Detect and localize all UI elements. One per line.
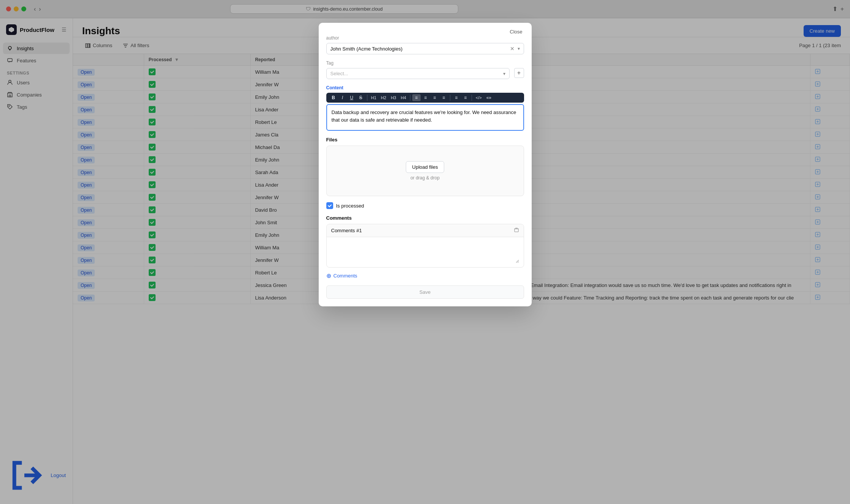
- toolbar-separator-1: [367, 95, 367, 101]
- author-label: author: [326, 35, 524, 41]
- strikethrough-button[interactable]: S: [357, 94, 365, 101]
- h3-button[interactable]: H3: [389, 95, 398, 101]
- comments-title: Comments: [326, 215, 524, 221]
- add-comment-icon: ⊕: [326, 272, 331, 279]
- is-processed-row: Is processed: [326, 202, 524, 209]
- author-value: John Smith (Acme Technologies): [330, 46, 507, 52]
- unordered-list-button[interactable]: ≡: [461, 94, 470, 101]
- italic-button[interactable]: I: [338, 94, 347, 101]
- align-justify-button[interactable]: ≡: [440, 94, 448, 101]
- align-center-button[interactable]: ≡: [421, 94, 430, 101]
- toolbar-separator-4: [472, 95, 472, 101]
- toolbar-separator-2: [410, 95, 410, 101]
- files-field: Files Upload files or drag & drop: [326, 137, 524, 196]
- tag-field: Tag Select... ▾ +: [326, 60, 524, 79]
- align-right-button[interactable]: ≡: [431, 94, 439, 101]
- h1-button[interactable]: H1: [369, 95, 378, 101]
- comment-card-1: Comments #1: [326, 224, 524, 268]
- content-text: Data backup and recovery are crucial fea…: [332, 109, 519, 124]
- tag-select[interactable]: Select... ▾: [326, 68, 510, 79]
- files-label: Files: [326, 137, 524, 143]
- drag-drop-label: or drag & drop: [334, 175, 516, 181]
- author-chevron-icon[interactable]: ▾: [518, 46, 520, 51]
- is-processed-label: Is processed: [336, 203, 364, 209]
- checkmark-icon: [327, 203, 332, 208]
- rich-text-toolbar: B I U S H1 H2 H3 H4 ≡ ≡ ≡ ≡ ≡ ≡: [326, 93, 524, 103]
- modal-overlay[interactable]: Close author John Smith (Acme Technologi…: [0, 0, 850, 504]
- comment-1-title: Comments #1: [331, 228, 362, 233]
- tag-label: Tag: [326, 60, 510, 66]
- comment-delete-icon[interactable]: [514, 227, 519, 234]
- content-editor[interactable]: Data backup and recovery are crucial fea…: [326, 104, 524, 131]
- author-select[interactable]: John Smith (Acme Technologies) ✕ ▾: [326, 43, 524, 54]
- is-processed-checkbox[interactable]: [326, 202, 333, 209]
- tag-chevron-icon[interactable]: ▾: [503, 71, 505, 76]
- ordered-list-button[interactable]: ≡: [452, 94, 461, 101]
- bold-button[interactable]: B: [329, 94, 338, 101]
- tag-placeholder: Select...: [330, 71, 503, 76]
- tag-add-button[interactable]: +: [514, 68, 524, 78]
- align-left-button[interactable]: ≡: [412, 94, 421, 101]
- toolbar-separator-3: [450, 95, 450, 101]
- comment-1-body[interactable]: [327, 237, 524, 267]
- svg-rect-29: [515, 229, 518, 232]
- blockquote-button[interactable]: «»: [485, 94, 493, 101]
- underline-button[interactable]: U: [348, 94, 356, 101]
- save-button[interactable]: Save: [326, 285, 524, 299]
- comments-section: Comments Comments #1 ⊕ Comments: [326, 215, 524, 299]
- add-comment-label: Comments: [334, 273, 357, 279]
- h4-button[interactable]: H4: [399, 95, 408, 101]
- author-clear-icon[interactable]: ✕: [510, 46, 515, 52]
- comment-card-1-header: Comments #1: [327, 224, 524, 237]
- content-field: Content B I U S H1 H2 H3 H4 ≡ ≡ ≡ ≡: [326, 85, 524, 131]
- upload-files-button[interactable]: Upload files: [406, 161, 445, 173]
- modal-body: author John Smith (Acme Technologies) ✕ …: [319, 35, 532, 306]
- files-dropzone[interactable]: Upload files or drag & drop: [326, 146, 524, 196]
- comment-1-textarea[interactable]: [331, 240, 519, 263]
- modal: Close author John Smith (Acme Technologi…: [319, 23, 532, 306]
- content-label: Content: [326, 85, 524, 90]
- code-button[interactable]: </>: [474, 95, 484, 101]
- close-button[interactable]: Close: [507, 28, 525, 35]
- add-comment-row[interactable]: ⊕ Comments: [326, 272, 524, 279]
- modal-close-row: Close: [319, 23, 532, 35]
- h2-button[interactable]: H2: [379, 95, 388, 101]
- author-field: author John Smith (Acme Technologies) ✕ …: [326, 35, 524, 54]
